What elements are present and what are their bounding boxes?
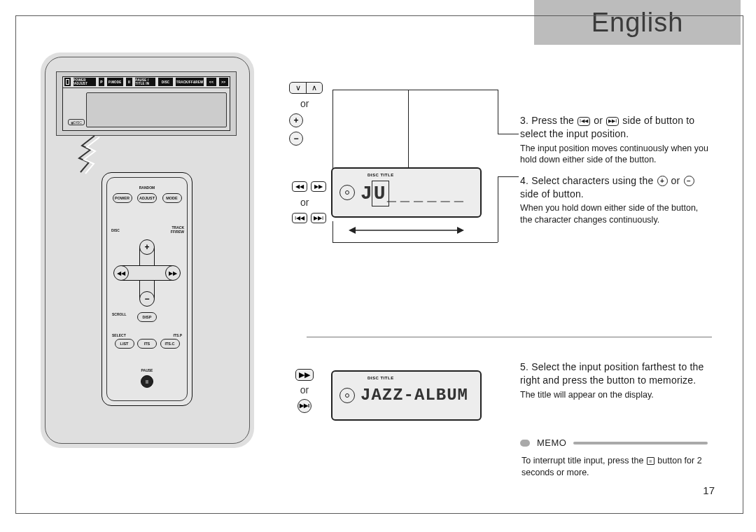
memo-section: MEMO To interrupt title input, press the… <box>520 438 708 479</box>
memo-label: MEMO <box>537 438 566 448</box>
ir-zigzag-icon <box>75 137 110 174</box>
hu-lcd <box>86 92 227 127</box>
manual-page: English POWER /ADJUST P.MODE <box>0 0 756 532</box>
remote-label-disc: DISC <box>111 228 120 232</box>
left-right-arrow-icon <box>349 225 464 236</box>
memo-rule-icon <box>573 442 708 444</box>
skip-pair-icon: I◀◀▶▶I <box>289 212 329 224</box>
remote-list-button: LIST <box>115 339 134 349</box>
page-number: 17 <box>703 484 715 496</box>
rew-inline-icon: I◀◀ <box>578 117 590 126</box>
skip-fwd-circle-icon: ▶▶I <box>298 399 312 413</box>
connector-line <box>498 90 498 134</box>
memo-bullet-icon <box>520 440 530 447</box>
connector-line <box>332 90 333 174</box>
remote-adjust-button: ADJUST <box>137 193 157 203</box>
ff-icon: ▶▶ <box>295 369 314 381</box>
connector-line <box>498 176 519 177</box>
step-4: 4. Select characters using the + or − si… <box>520 174 709 226</box>
connector-line <box>498 176 498 242</box>
step-4-main: 4. Select characters using the + or − si… <box>520 174 709 202</box>
step-5: 5. Select the input position farthest to… <box>520 360 709 400</box>
ff-inline-icon: ▶▶I <box>606 117 619 126</box>
updown-rocker-icon: ∨∧ <box>289 82 323 94</box>
remote-itsc-button: ITS.C <box>160 339 180 349</box>
hu-label-pausetitle: PAUSE / TITLE IN <box>135 78 155 86</box>
plus-inline-icon: + <box>657 176 668 186</box>
hu-pause-icon <box>126 78 133 86</box>
connector-line <box>332 90 498 90</box>
plus-circle-icon: + <box>289 113 303 127</box>
remote-label-track: TRACK FF/REW <box>164 225 184 234</box>
remote-power-button: POWER <box>113 193 132 203</box>
instructions-col-top: 3. Press the I◀◀ or ▶▶I side of button t… <box>520 114 709 234</box>
remote-label-pause: PAUSE <box>141 368 153 372</box>
hu-rew-icon <box>206 78 216 86</box>
device-panel-border: POWER /ADJUST P.MODE PAUSE / TITLE IN DI… <box>45 57 250 444</box>
lcd-cursor-char: U <box>374 183 387 204</box>
remote-disp-button: DISP <box>137 312 157 322</box>
pause-inline-icon: II <box>647 457 654 465</box>
remote-control-illustration: RANDOM POWER ADJUST MODE DISC TRACK FF/R… <box>102 172 192 406</box>
device-panel: POWER /ADJUST P.MODE PAUSE / TITLE IN DI… <box>41 52 254 448</box>
disc-logo-icon: ◉DISC <box>68 119 85 125</box>
remote-ff-button: ▶▶ <box>165 265 181 281</box>
lcd-text-2: JAZZ-ALBUM <box>360 386 468 405</box>
step-3-main: 3. Press the I◀◀ or ▶▶I side of button t… <box>520 114 709 141</box>
lcd-tag-2: DISC TITLE <box>368 376 394 380</box>
icon-group-updown: ∨∧ or + − <box>289 82 471 146</box>
remote-mode-button: MODE <box>162 193 182 203</box>
minus-circle-icon: − <box>289 132 303 146</box>
minus-inline-icon: − <box>684 176 694 186</box>
remote-its-button: ITS <box>137 339 157 349</box>
or-label-3: or <box>300 384 309 396</box>
connector-line <box>408 90 409 168</box>
step-3: 3. Press the I◀◀ or ▶▶I side of button t… <box>520 114 709 166</box>
hu-label-pmode: P.MODE <box>107 78 123 86</box>
hu-ff-icon <box>219 78 228 86</box>
step-5-main: 5. Select the input position farthest to… <box>520 360 709 388</box>
remote-label-select: SELECT <box>112 333 126 337</box>
instructions-col-bottom: 5. Select the input position farthest to… <box>520 360 709 409</box>
step-5-sub: The title will appear on the display. <box>520 389 709 401</box>
remote-minus-button: − <box>139 291 155 307</box>
remote-plus-button: + <box>139 239 155 255</box>
page-frame: POWER /ADJUST P.MODE PAUSE / TITLE IN DI… <box>15 15 743 514</box>
remote-label-itsp: ITS.P <box>173 333 182 337</box>
hu-label-track: TRACK/FF&REW <box>176 78 204 86</box>
or-label: or <box>300 98 309 109</box>
connector-line <box>332 242 498 243</box>
or-label-2: or <box>300 197 309 208</box>
hu-power-indicator-icon <box>64 78 71 86</box>
lcd-placeholders: ______ <box>387 185 468 202</box>
step-4-sub: When you hold down either side of the bu… <box>520 202 709 225</box>
remote-dpad: + − ◀◀ ▶▶ <box>113 239 181 307</box>
hu-p-icon <box>99 78 104 86</box>
lcd-display-input: DISC TITLE JU______ <box>331 167 482 218</box>
connector-line <box>332 221 333 242</box>
hu-label-disc: DISC <box>158 78 173 86</box>
lcd-text: JU______ <box>360 183 468 204</box>
seek-pair-icon: ◀◀▶▶ <box>289 181 329 192</box>
remote-rew-button: ◀◀ <box>113 265 129 281</box>
memo-heading: MEMO <box>520 438 708 448</box>
lcd-tag: DISC TITLE <box>368 173 394 177</box>
icon-column: ∨∧ or + − ◀◀▶▶ or I◀◀▶▶I <box>289 82 471 248</box>
remote-label-random: RANDOM <box>139 186 155 190</box>
step-3-sub: The input position moves continuously wh… <box>520 143 709 166</box>
disc-icon-2 <box>340 388 355 403</box>
icon-group-ff: ▶▶ or ▶▶I <box>295 369 314 413</box>
disc-icon <box>340 185 355 200</box>
remote-pause-button: II <box>141 375 153 388</box>
memo-body: To interrupt title input, press the II b… <box>520 455 708 479</box>
lcd-display-result: DISC TITLE JAZZ-ALBUM <box>331 370 482 421</box>
hu-label-power: POWER /ADJUST <box>74 78 97 86</box>
connector-line <box>498 134 519 134</box>
head-unit-illustration: POWER /ADJUST P.MODE PAUSE / TITLE IN DI… <box>56 71 237 136</box>
section-divider <box>307 337 712 337</box>
